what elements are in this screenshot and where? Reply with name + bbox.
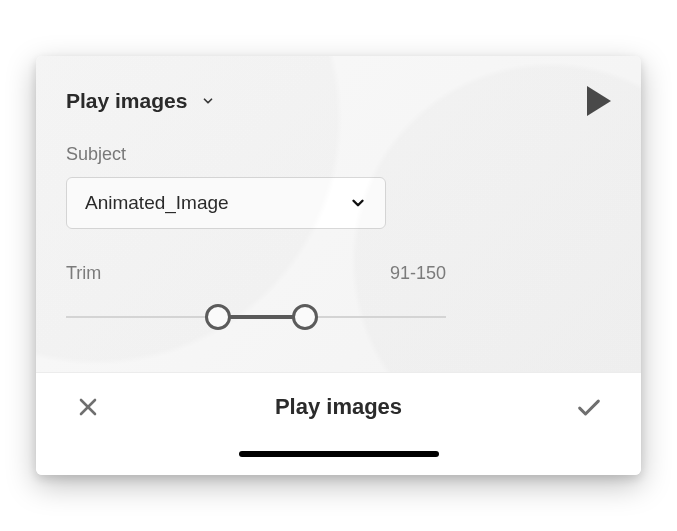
footer-bar: Play images: [36, 372, 641, 429]
chevron-down-icon: [201, 94, 215, 108]
trim-slider-high-handle[interactable]: [292, 304, 318, 330]
header-row: Play images: [66, 86, 611, 116]
subject-label: Subject: [66, 144, 611, 165]
trim-label: Trim: [66, 263, 101, 284]
confirm-button[interactable]: [575, 393, 603, 421]
subject-select[interactable]: Animated_Image: [66, 177, 386, 229]
play-images-panel: Play images Subject Animated_Image Trim …: [36, 56, 641, 475]
title-dropdown[interactable]: Play images: [66, 89, 215, 113]
footer-title: Play images: [102, 394, 575, 420]
trim-slider-low-handle[interactable]: [205, 304, 231, 330]
trim-range-value: 91-150: [390, 263, 446, 284]
trim-row: Trim 91-150: [66, 263, 446, 284]
home-indicator-area: [36, 429, 641, 475]
subject-selected-value: Animated_Image: [85, 192, 229, 214]
panel-title: Play images: [66, 89, 187, 113]
chevron-down-icon: [349, 194, 367, 212]
home-indicator[interactable]: [239, 451, 439, 457]
cancel-button[interactable]: [74, 393, 102, 421]
panel-body: Play images Subject Animated_Image Trim …: [36, 56, 641, 372]
trim-slider[interactable]: [66, 302, 446, 332]
play-icon[interactable]: [587, 86, 611, 116]
